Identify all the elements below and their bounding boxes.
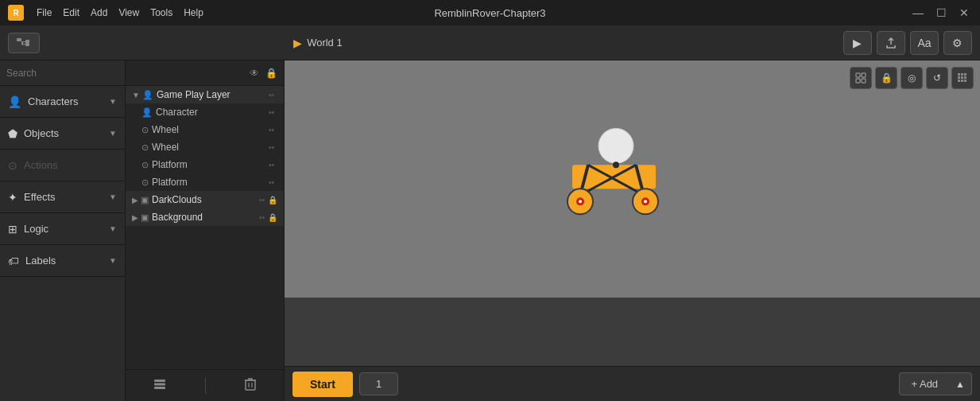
svg-rect-14 <box>856 73 860 77</box>
layer-collapse-icon: ▼ <box>132 91 140 99</box>
font-button[interactable]: Aa <box>910 31 939 55</box>
svg-rect-9 <box>154 387 165 389</box>
logic-label: Logic <box>24 223 48 235</box>
settings-button[interactable]: ⚙ <box>943 31 972 55</box>
menu-tools[interactable]: Tools <box>150 7 172 18</box>
scene-tree: ▼ 👤 Game Play Layer •• 👤 Character •• ⊙ … <box>126 86 284 369</box>
eye-icon[interactable]: 👁 <box>250 68 259 79</box>
svg-rect-5 <box>25 40 29 43</box>
canvas-grid-icon[interactable] <box>951 67 974 89</box>
tree-item-game-play-layer[interactable]: ▼ 👤 Game Play Layer •• <box>126 86 284 103</box>
tree-item-background[interactable]: ▶ ▣ Background •• 🔒 <box>126 208 284 226</box>
start-button[interactable]: Start <box>292 372 353 397</box>
canvas-circle-icon[interactable]: ◎ <box>901 67 923 89</box>
canvas-area: 🔒 ◎ ↺ <box>285 60 980 401</box>
wheel1-label: Wheel <box>152 124 269 135</box>
play-button[interactable]: ▶ <box>843 31 872 55</box>
effects-label: Effects <box>24 191 56 203</box>
menu-edit[interactable]: Edit <box>63 7 79 18</box>
wheel1-dots: •• <box>269 126 274 134</box>
svg-point-25 <box>579 200 582 203</box>
canvas-refresh-icon[interactable]: ↺ <box>926 67 948 89</box>
svg-point-28 <box>644 200 647 203</box>
export-icon <box>885 37 897 49</box>
world-label: World 1 <box>307 37 343 49</box>
svg-point-29 <box>598 128 633 163</box>
wheel1-icon: ⊙ <box>141 125 149 135</box>
bottom-bar: Start 1 + Add ▲ <box>285 366 980 401</box>
labels-arrow-icon: ▼ <box>109 256 117 265</box>
add-expand-button[interactable]: ▲ <box>949 372 972 395</box>
menu-help[interactable]: Help <box>184 7 203 18</box>
add-button-group: + Add ▲ <box>899 372 972 395</box>
effects-icon: ✦ <box>8 191 17 204</box>
export-button[interactable] <box>877 31 905 55</box>
tree-item-platform-1[interactable]: ⊙ Platform •• <box>126 156 284 173</box>
window-title: RemblinRover-Chapter3 <box>434 7 545 19</box>
scene-layers-button[interactable] <box>147 376 172 395</box>
layer-user-icon: 👤 <box>142 90 153 100</box>
toolbar: ▶ World 1 ▶ Aa ⚙ <box>0 25 980 60</box>
characters-icon: 👤 <box>8 95 21 108</box>
characters-arrow-icon: ▼ <box>109 97 117 106</box>
platform2-dots: •• <box>269 178 274 187</box>
svg-rect-1 <box>21 41 22 45</box>
world-arrow-icon: ▶ <box>293 37 302 49</box>
tree-item-wheel-1[interactable]: ⊙ Wheel •• <box>126 121 284 138</box>
tree-item-dark-clouds[interactable]: ▶ ▣ DarkClouds •• 🔒 <box>126 191 284 208</box>
minimize-button[interactable]: — <box>909 6 927 19</box>
maximize-button[interactable]: ☐ <box>933 6 950 19</box>
canvas-viewport[interactable]: 🔒 ◎ ↺ <box>285 60 980 298</box>
scene-footer <box>126 369 284 401</box>
sidebar-item-objects[interactable]: ⬟ Objects ▼ <box>0 118 125 150</box>
world-selector[interactable]: ▶ World 1 <box>293 37 343 49</box>
sidebar-item-logic[interactable]: ⊞ Logic ▼ <box>0 213 125 245</box>
sidebar-item-characters[interactable]: 👤 Characters ▼ <box>0 86 125 118</box>
canvas-lock-icon[interactable]: 🔒 <box>875 67 897 89</box>
background-collapse-icon: ▶ <box>132 213 138 222</box>
titlebar: R File Edit Add View Tools Help RemblinR… <box>0 0 980 25</box>
labels-icon: 🏷 <box>8 255 19 267</box>
logic-icon: ⊞ <box>8 223 17 236</box>
game-play-layer-label: Game Play Layer <box>157 89 269 100</box>
sidebar-item-effects[interactable]: ✦ Effects ▼ <box>0 181 125 213</box>
platform1-label: Platform <box>152 159 269 170</box>
canvas-snap-icon[interactable] <box>850 67 872 89</box>
svg-rect-15 <box>862 73 866 77</box>
main-layout: 🔍 👤 Characters ▼ ⬟ Objects ▼ ⊙ Actions <box>0 60 980 401</box>
objects-icon: ⬟ <box>8 127 17 140</box>
hierarchy-button[interactable] <box>8 33 40 53</box>
svg-rect-7 <box>154 380 165 382</box>
tree-item-wheel-2[interactable]: ⊙ Wheel •• <box>126 138 284 156</box>
rover-svg <box>556 107 684 235</box>
darkclouds-collapse-icon: ▶ <box>132 196 138 204</box>
wheel2-dots: •• <box>269 143 274 152</box>
svg-rect-16 <box>856 79 860 83</box>
effects-arrow-icon: ▼ <box>109 193 117 201</box>
menu-file[interactable]: File <box>37 7 52 18</box>
wheel2-label: Wheel <box>152 142 269 153</box>
menu-view[interactable]: View <box>118 7 139 18</box>
search-input[interactable] <box>6 68 126 79</box>
titlebar-menu: File Edit Add View Tools Help <box>37 7 203 18</box>
add-main-button[interactable]: + Add <box>899 372 949 395</box>
sidebar-item-labels[interactable]: 🏷 Labels ▼ <box>0 245 125 277</box>
platform1-dots: •• <box>269 161 274 169</box>
character-icon: 👤 <box>141 107 153 118</box>
labels-label: Labels <box>25 255 56 267</box>
close-button[interactable]: ✕ <box>956 6 972 19</box>
svg-rect-0 <box>17 38 21 41</box>
logic-arrow-icon: ▼ <box>109 224 117 233</box>
tree-item-platform-2[interactable]: ⊙ Platform •• <box>126 173 284 191</box>
background-dots: •• <box>259 213 265 222</box>
svg-rect-17 <box>862 79 866 83</box>
platform1-icon: ⊙ <box>141 160 149 170</box>
scene-delete-button[interactable] <box>238 375 262 396</box>
menu-add[interactable]: Add <box>91 7 107 18</box>
hierarchy-icon <box>17 37 31 49</box>
world-number: 1 <box>359 372 398 395</box>
titlebar-controls: — ☐ ✕ <box>909 6 972 19</box>
canvas-toolbar: 🔒 ◎ ↺ <box>850 67 974 89</box>
tree-item-character[interactable]: 👤 Character •• <box>126 103 284 121</box>
lock-icon[interactable]: 🔒 <box>265 68 277 79</box>
